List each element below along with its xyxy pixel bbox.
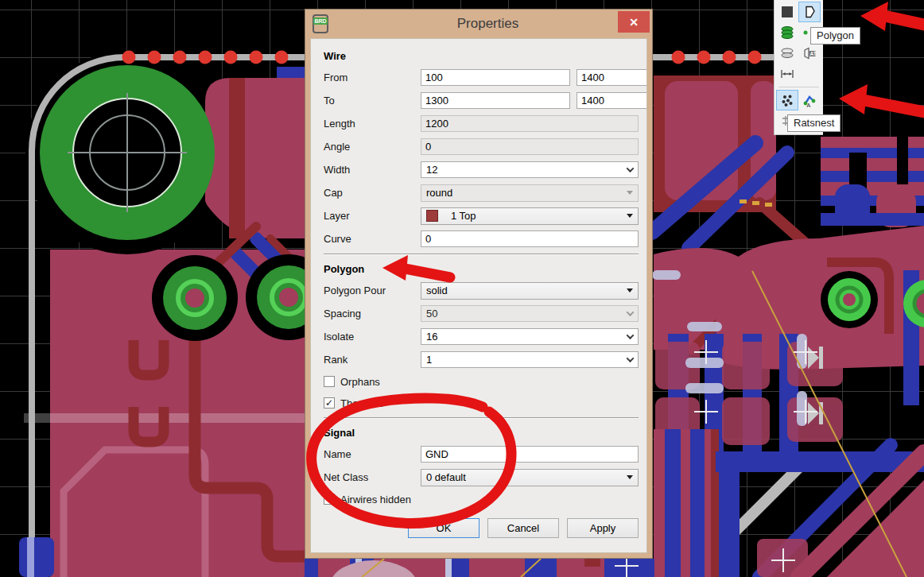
curve-row: Curve [324, 230, 639, 247]
orphans-row: Orphans [324, 374, 639, 389]
toolbar-empty-cell [798, 64, 821, 84]
from-row: From [324, 69, 639, 86]
layer-label: Layer [324, 210, 421, 222]
polygon-section-header: Polygon [324, 263, 639, 275]
rank-row: Rank 1 [324, 351, 639, 368]
signal-name-input[interactable] [421, 446, 639, 463]
toolbar-separator [778, 87, 819, 87]
thermals-row: ✓ Thermals [324, 396, 639, 410]
triangle-down-icon [627, 288, 633, 292]
width-value: 12 [426, 164, 437, 176]
ok-button[interactable]: OK [408, 518, 479, 538]
dimension-tool-icon[interactable] [776, 64, 798, 84]
isolate-label: Isolate [324, 331, 421, 343]
isolate-value: 16 [426, 331, 437, 343]
polygon-pour-value: solid [426, 285, 448, 296]
net-class-label: Net Class [324, 471, 421, 483]
width-combobox[interactable]: 12 [421, 161, 639, 178]
dialog-title: Properties [328, 16, 647, 32]
wire-section-header: Wire [324, 50, 639, 62]
signal-section-header: Signal [324, 427, 639, 439]
spacing-combobox: 50 [421, 305, 639, 322]
orphans-label: Orphans [340, 376, 380, 388]
rank-combobox[interactable]: 1 [421, 351, 639, 368]
via-tool-icon[interactable] [776, 22, 798, 43]
net-class-value: 0 default [426, 471, 466, 483]
route-airwire-tool-icon[interactable]: A [798, 90, 821, 110]
ratsnest-tooltip: Ratsnest [787, 114, 841, 132]
chevron-down-icon [627, 165, 635, 172]
angle-field [421, 138, 639, 155]
angle-row: Angle [324, 138, 639, 155]
length-row: Length [324, 115, 639, 132]
from-y-input[interactable] [577, 69, 647, 86]
to-y-input[interactable] [577, 92, 647, 109]
chevron-down-icon [627, 331, 635, 339]
net-class-row: Net Class 0 default [324, 469, 639, 486]
chevron-down-icon [627, 308, 635, 316]
cap-label: Cap [324, 187, 421, 199]
polygon-pour-row: Polygon Pour solid [324, 282, 639, 299]
board-file-icon: BRD [313, 14, 328, 33]
from-x-input[interactable] [421, 69, 570, 86]
cap-row: Cap round [324, 184, 639, 201]
spacing-label: Spacing [324, 308, 421, 319]
svg-text:AT: AT [810, 51, 817, 56]
isolate-combobox[interactable]: 16 [421, 328, 639, 345]
length-field [421, 115, 639, 132]
name-label: Name [324, 448, 421, 460]
polygon-pour-label: Polygon Pour [324, 285, 421, 296]
polygon-pour-dropdown[interactable]: solid [421, 282, 639, 300]
angle-label: Angle [324, 141, 421, 153]
to-x-input[interactable] [421, 92, 570, 109]
cancel-button[interactable]: Cancel [487, 518, 559, 538]
cap-value: round [426, 187, 452, 199]
layer-value: 1 Top [451, 210, 476, 222]
airwires-hidden-label: Airwires hidden [340, 494, 411, 505]
dialog-content: Wire From To Length Angle [310, 38, 647, 553]
polygon-tool-icon[interactable] [798, 2, 821, 22]
rank-label: Rank [324, 354, 421, 366]
width-row: Width 12 [324, 161, 639, 178]
from-label: From [324, 72, 421, 83]
layer-dropdown[interactable]: 1 Top [421, 207, 639, 225]
triangle-down-icon [627, 214, 633, 218]
airwires-hidden-row: Airwires hidden [324, 492, 639, 506]
triangle-down-icon [627, 191, 633, 195]
airwires-hidden-checkbox[interactable] [324, 494, 335, 505]
ratsnest-tool-icon[interactable] [776, 90, 798, 110]
properties-dialog: BRD Properties ✕ Wire From To L [305, 9, 653, 559]
isolate-row: Isolate 16 [324, 328, 639, 345]
section-separator [324, 254, 639, 255]
layer-color-swatch [426, 210, 438, 222]
length-label: Length [324, 118, 421, 130]
layer-row: Layer 1 Top [324, 207, 639, 224]
hole-tool-icon[interactable] [776, 43, 798, 64]
polygon-tooltip: Polygon [810, 27, 860, 45]
to-label: To [324, 95, 421, 106]
name-row: Name [324, 446, 639, 463]
dialog-titlebar[interactable]: BRD Properties ✕ [310, 10, 647, 38]
rank-value: 1 [426, 354, 432, 366]
spacing-row: Spacing 50 [324, 305, 639, 322]
section-separator-2 [324, 417, 639, 419]
thermals-label: Thermals [340, 397, 383, 409]
net-class-dropdown[interactable]: 0 default [421, 469, 639, 486]
width-label: Width [324, 164, 421, 176]
svg-text:A: A [807, 103, 811, 108]
thermals-checkbox[interactable]: ✓ [324, 397, 335, 409]
spacing-value: 50 [426, 308, 437, 319]
to-row: To [324, 92, 639, 109]
label-tool-icon[interactable]: AT [798, 43, 821, 64]
eagle-board-editor: AT [0, 0, 924, 577]
apply-button[interactable]: Apply [567, 518, 639, 538]
orphans-checkbox[interactable] [324, 376, 335, 387]
dialog-buttons: OK Cancel Apply [408, 518, 639, 538]
curve-label: Curve [324, 233, 421, 245]
triangle-down-icon [627, 475, 633, 479]
rectangle-tool-icon[interactable] [776, 2, 798, 22]
cap-dropdown: round [421, 184, 639, 202]
close-icon[interactable]: ✕ [618, 11, 650, 33]
curve-input[interactable] [421, 230, 639, 247]
chevron-down-icon [627, 354, 635, 362]
